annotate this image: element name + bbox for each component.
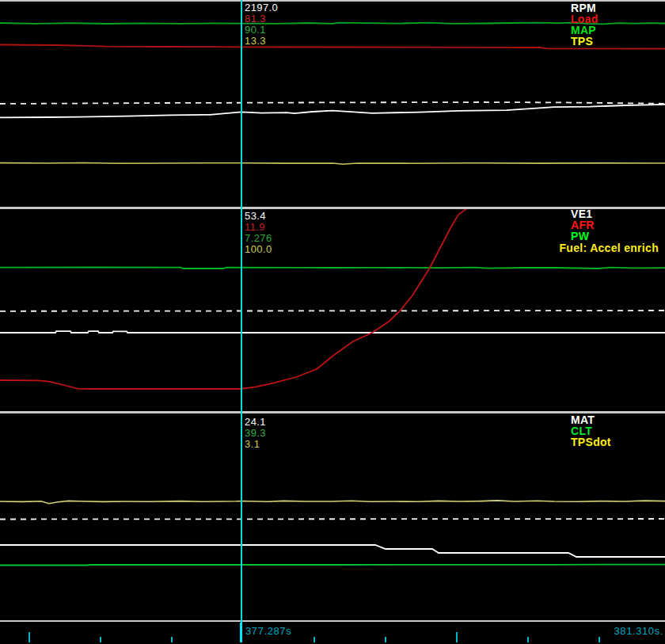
value-rpm: 2197.0 <box>245 2 278 13</box>
label-tps[interactable]: TPS <box>571 36 598 47</box>
datalog-viewer: 2197.0 81.3 90.1 13.3 RPM Load MAP TPS 5… <box>0 0 665 644</box>
panel-top-border <box>0 0 665 2</box>
value-accel: 100.0 <box>245 244 272 255</box>
ve1-target-dashed <box>0 311 665 311</box>
value-pw: 7.276 <box>245 233 272 244</box>
tps-trace <box>0 163 665 165</box>
label-clt[interactable]: CLT <box>571 425 611 436</box>
time-tick <box>598 637 600 642</box>
panel2-labels: VE1 AFR PW <box>571 208 595 242</box>
time-cursor-tick <box>240 623 242 642</box>
time-tick <box>100 637 101 642</box>
trace-canvas <box>0 0 665 644</box>
time-tick <box>171 637 173 642</box>
value-ve1: 53.4 <box>245 211 272 222</box>
panel1-values: 2197.0 81.3 90.1 13.3 <box>245 2 278 47</box>
time-cursor-line[interactable] <box>241 0 242 642</box>
panel1-labels: RPM Load MAP TPS <box>571 2 598 47</box>
mat-trace <box>0 545 665 557</box>
value-map: 90.1 <box>245 25 278 36</box>
value-mat: 24.1 <box>245 417 266 428</box>
rpm-trace <box>0 105 665 118</box>
tpsdot-trace <box>0 501 665 504</box>
pw-trace <box>0 268 665 269</box>
label-rpm[interactable]: RPM <box>571 2 598 13</box>
label-afr[interactable]: AFR <box>571 219 595 231</box>
value-clt: 39.3 <box>245 428 266 439</box>
clt-trace <box>0 565 665 566</box>
label-mat[interactable]: MAT <box>571 414 611 425</box>
time-tick <box>456 632 458 642</box>
afr-trace <box>0 208 665 389</box>
time-tick <box>314 637 315 642</box>
time-tick <box>385 637 386 642</box>
panel3-labels: MAT CLT TPSdot <box>571 414 611 448</box>
panel2-values: 53.4 11.9 7.276 100.0 <box>245 211 272 255</box>
value-load: 81.3 <box>245 13 278 25</box>
mat-target-dashed <box>0 519 665 520</box>
label-map[interactable]: MAP <box>571 25 598 36</box>
panel-separator <box>0 207 665 209</box>
map-trace <box>0 23 665 25</box>
rpm-target-dashed <box>0 102 665 104</box>
panel-separator <box>0 411 665 413</box>
fuel-status-indicator: Fuel: Accel enrich <box>560 242 659 254</box>
panel3-values: 24.1 39.3 3.1 <box>245 417 266 450</box>
label-pw[interactable]: PW <box>571 231 595 242</box>
time-tick <box>527 637 529 642</box>
value-afr: 11.9 <box>245 222 272 233</box>
end-time-label: 381.310s. <box>614 625 663 637</box>
load-trace <box>0 45 665 49</box>
label-ve1[interactable]: VE1 <box>571 208 595 219</box>
label-tpsdot[interactable]: TPSdot <box>571 436 611 448</box>
value-tpsdot: 3.1 <box>245 439 266 450</box>
cursor-time-label: 377.287s <box>245 625 291 637</box>
time-tick <box>28 632 30 642</box>
label-load[interactable]: Load <box>571 13 598 25</box>
ve1-trace <box>0 331 665 333</box>
value-tps: 13.3 <box>245 36 278 47</box>
